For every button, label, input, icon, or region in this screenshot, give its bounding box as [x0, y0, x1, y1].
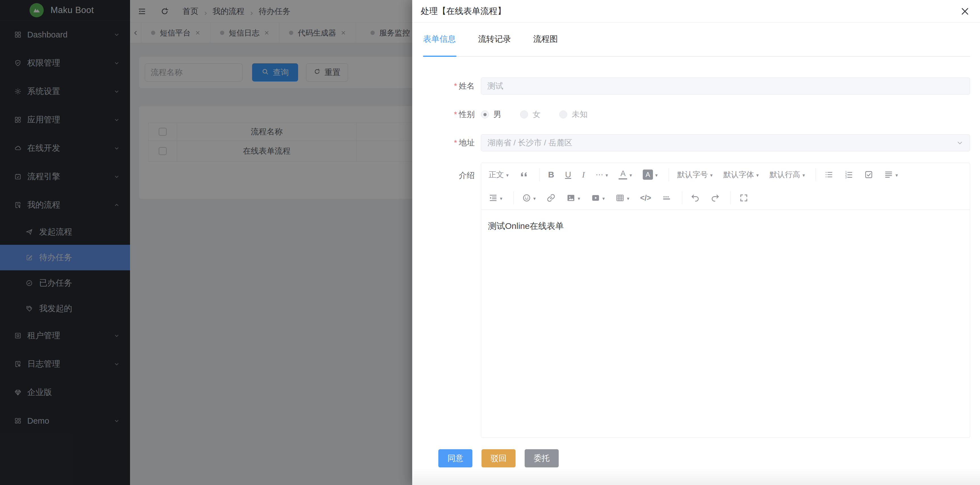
- required-asterisk: *: [454, 138, 457, 147]
- gender-radio-group: 男 女 未知: [481, 106, 970, 123]
- editor-toolbar-row-1: 正文▾ B U I ⋯▾ A▾ A▾ 默认字号▾ 默认字体▾: [481, 163, 970, 186]
- reject-button[interactable]: 驳回: [482, 449, 515, 468]
- image-icon[interactable]: ▾: [566, 193, 580, 202]
- editor-toolbar-row-2: ▾ ▾ ▾ ▾ ▾ </>: [481, 186, 970, 210]
- more-styles-icon[interactable]: ⋯▾: [596, 170, 608, 179]
- divider-icon[interactable]: [662, 193, 671, 202]
- font-color-icon[interactable]: A▾: [619, 170, 632, 180]
- approve-button[interactable]: 同意: [438, 449, 473, 468]
- form-row-intro: 介绍 正文▾ B U I ⋯▾ A▾ A▾: [438, 163, 970, 438]
- name-field: [481, 78, 970, 95]
- drawer-tabs: 表单信息 流转记录 流程图: [412, 23, 980, 57]
- form-row-gender: *性别 男 女 未知: [438, 106, 970, 123]
- drawer-bottom-fade: [412, 468, 980, 485]
- align-select-icon[interactable]: ▾: [884, 170, 898, 179]
- form-row-address: *地址 湖南省 / 长沙市 / 岳麓区: [438, 134, 970, 151]
- editor-text: 测试Online在线表单: [488, 219, 963, 232]
- radio-male: 男: [481, 109, 501, 120]
- paragraph-style-select[interactable]: 正文▾: [488, 170, 509, 180]
- delegate-button[interactable]: 委托: [525, 449, 559, 468]
- drawer-header: 处理【在线表单流程】: [412, 0, 980, 23]
- toolbar-separator: [816, 168, 816, 181]
- undo-icon[interactable]: [691, 193, 700, 202]
- svg-text:3: 3: [845, 176, 847, 179]
- code-icon[interactable]: </>: [640, 194, 651, 202]
- app-root: Maku Boot Dashboard 权限管理 系统设置 应用管理: [0, 0, 980, 485]
- bullet-list-icon[interactable]: [824, 170, 834, 179]
- process-drawer: 处理【在线表单流程】 表单信息 流转记录 流程图 *姓名 *性别 男 女 未知: [412, 0, 980, 485]
- underline-icon[interactable]: U: [565, 170, 571, 180]
- intro-label: 介绍: [459, 171, 475, 180]
- radio-circle: [520, 110, 528, 118]
- redo-icon[interactable]: [711, 193, 720, 202]
- toolbar-separator: [668, 168, 669, 181]
- font-size-select[interactable]: 默认字号▾: [678, 170, 713, 180]
- toolbar-separator: [682, 191, 682, 204]
- drawer-body: *姓名 *性别 男 女 未知 *地址 湖南省 / 长沙市 / 岳麓区: [412, 57, 980, 468]
- drawer-actions: 同意 驳回 委托: [438, 449, 970, 468]
- blockquote-icon[interactable]: [520, 170, 528, 179]
- tab-flow-diagram[interactable]: 流程图: [533, 33, 558, 46]
- bold-icon[interactable]: B: [548, 170, 554, 180]
- bg-color-icon[interactable]: A▾: [643, 170, 658, 180]
- tab-form-info[interactable]: 表单信息: [423, 33, 456, 46]
- close-icon[interactable]: [960, 6, 970, 16]
- radio-circle: [559, 110, 567, 118]
- gender-label: 性别: [459, 110, 475, 119]
- line-height-select[interactable]: 默认行高▾: [770, 170, 805, 180]
- link-icon[interactable]: [547, 193, 555, 202]
- address-select: 湖南省 / 长沙市 / 岳麓区: [481, 134, 970, 151]
- radio-unknown: 未知: [559, 109, 588, 120]
- required-asterisk: *: [454, 81, 457, 90]
- name-label: 姓名: [459, 81, 475, 90]
- numbered-list-icon[interactable]: 123: [844, 170, 853, 179]
- drawer-title: 处理【在线表单流程】: [421, 5, 506, 17]
- editor-toolbar: 正文▾ B U I ⋯▾ A▾ A▾ 默认字号▾ 默认字体▾: [481, 163, 970, 210]
- tab-flow-records[interactable]: 流转记录: [478, 33, 511, 46]
- toolbar-separator: [513, 191, 514, 204]
- table-icon[interactable]: ▾: [616, 193, 629, 202]
- radio-female: 女: [520, 109, 541, 120]
- editor-content[interactable]: 测试Online在线表单: [481, 210, 970, 437]
- video-icon[interactable]: ▾: [591, 193, 605, 202]
- required-asterisk: *: [454, 110, 457, 119]
- toolbar-separator: [539, 168, 540, 181]
- toolbar-separator: [730, 191, 731, 204]
- chevron-down-icon: [956, 139, 964, 146]
- italic-icon[interactable]: I: [582, 170, 585, 180]
- indent-select-icon[interactable]: ▾: [488, 193, 503, 202]
- rich-text-editor: 正文▾ B U I ⋯▾ A▾ A▾ 默认字号▾ 默认字体▾: [481, 163, 970, 438]
- address-value: 湖南省 / 长沙市 / 岳麓区: [487, 137, 572, 148]
- todo-list-icon[interactable]: [864, 170, 873, 179]
- fullscreen-icon[interactable]: [739, 193, 748, 202]
- address-label: 地址: [459, 138, 475, 147]
- form-row-name: *姓名: [438, 78, 970, 95]
- radio-circle: [481, 110, 489, 118]
- font-family-select[interactable]: 默认字体▾: [723, 170, 759, 180]
- emoji-icon[interactable]: ▾: [522, 193, 536, 202]
